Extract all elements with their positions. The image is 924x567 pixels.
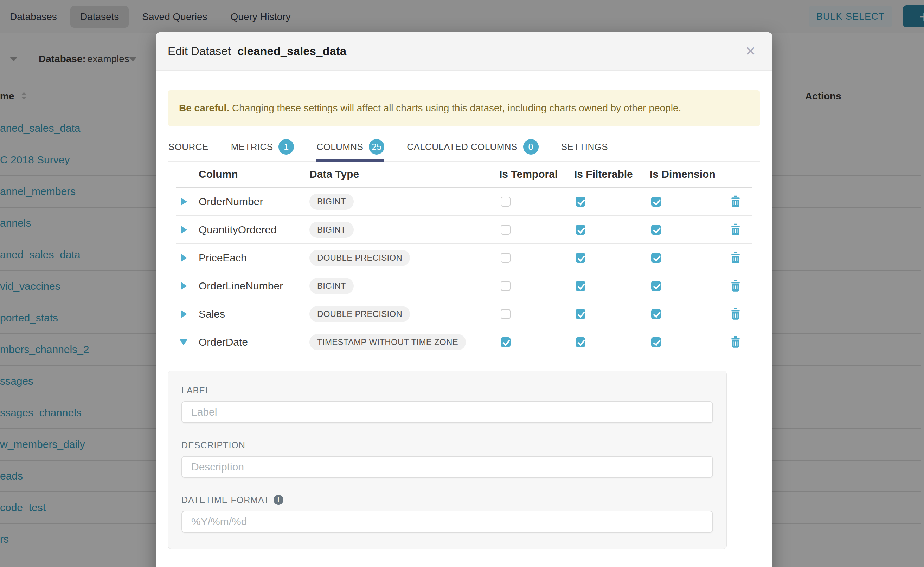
tab-count-badge: 1 <box>278 139 294 154</box>
is-temporal-checkbox[interactable] <box>501 225 510 235</box>
warning-banner: Be careful. Changing these settings will… <box>168 90 760 126</box>
modal-header: Edit Dataset cleaned_sales_data ✕ <box>156 32 772 70</box>
warning-bold: Be careful. <box>179 103 229 114</box>
column-name: PriceEach <box>199 252 309 264</box>
is-dimension-checkbox[interactable] <box>651 253 661 263</box>
description-field-label: DESCRIPTION <box>181 440 713 450</box>
is-dimension-checkbox[interactable] <box>651 225 661 235</box>
is-temporal-checkbox[interactable] <box>501 197 510 207</box>
description-field-group: DESCRIPTION <box>181 440 713 478</box>
is-filterable-checkbox[interactable] <box>576 281 585 291</box>
is-filterable-checkbox[interactable] <box>576 253 585 263</box>
expand-caret-icon[interactable] <box>181 282 187 290</box>
column-row: OrderNumberBIGINT <box>176 188 752 216</box>
is-filterable-checkbox[interactable] <box>576 225 585 235</box>
is-filterable-checkbox[interactable] <box>576 197 585 207</box>
column-name: OrderDate <box>199 336 309 348</box>
column-name: OrderNumber <box>199 196 309 208</box>
modal-title-prefix: Edit Dataset <box>168 45 231 58</box>
label-input[interactable] <box>181 401 713 423</box>
column-editor-panel: LABEL DESCRIPTION DATETIME FORMAT i <box>168 370 727 549</box>
info-icon[interactable]: i <box>274 495 283 505</box>
delete-column-button[interactable] <box>730 195 741 208</box>
column-row: OrderLineNumberBIGINT <box>176 272 752 300</box>
delete-column-button[interactable] <box>730 336 741 348</box>
is-dimension-header: Is Dimension <box>650 168 724 180</box>
modal-title: Edit Dataset cleaned_sales_data <box>168 45 346 58</box>
description-input[interactable] <box>181 456 713 478</box>
column-name: OrderLineNumber <box>199 280 309 292</box>
delete-column-button[interactable] <box>730 224 741 236</box>
edit-dataset-modal: Edit Dataset cleaned_sales_data ✕ Be car… <box>156 32 772 567</box>
tab-columns[interactable]: COLUMNS25 <box>316 135 384 162</box>
data-type-pill: DOUBLE PRECISION <box>309 306 410 322</box>
tab-label: CALCULATED COLUMNS <box>407 142 517 153</box>
tab-label: SETTINGS <box>561 142 608 153</box>
modal-body: Be careful. Changing these settings will… <box>156 90 772 549</box>
column-row: QuantityOrderedBIGINT <box>176 216 752 244</box>
is-temporal-header: Is Temporal <box>499 168 574 180</box>
data-type-pill: TIMESTAMP WITHOUT TIME ZONE <box>309 334 466 350</box>
tab-calculated-columns[interactable]: CALCULATED COLUMNS0 <box>407 135 538 162</box>
data-type-header: Data Type <box>309 168 499 180</box>
is-dimension-checkbox[interactable] <box>651 197 661 207</box>
data-type-pill: BIGINT <box>309 278 354 294</box>
trash-icon <box>730 195 741 208</box>
column-name: Sales <box>199 308 309 320</box>
expand-caret-icon[interactable] <box>181 226 187 234</box>
collapse-caret-icon[interactable] <box>180 339 187 345</box>
delete-column-button[interactable] <box>730 252 741 264</box>
warning-text: Changing these settings will affect all … <box>229 103 681 114</box>
columns-table-header: Column Data Type Is Temporal Is Filterab… <box>176 162 752 187</box>
column-name: QuantityOrdered <box>199 224 309 236</box>
expand-caret-icon[interactable] <box>181 198 187 206</box>
tab-source[interactable]: SOURCE <box>169 135 209 162</box>
trash-icon <box>730 308 741 320</box>
tab-label: COLUMNS <box>316 142 363 153</box>
tab-count-badge: 25 <box>369 139 384 154</box>
is-dimension-checkbox[interactable] <box>651 337 661 347</box>
column-row: SalesDOUBLE PRECISION <box>176 300 752 328</box>
is-dimension-checkbox[interactable] <box>651 281 661 291</box>
data-type-pill: BIGINT <box>309 222 354 238</box>
column-header: Column <box>199 168 309 180</box>
tab-metrics[interactable]: METRICS1 <box>231 135 294 162</box>
tab-count-badge: 0 <box>523 139 539 154</box>
trash-icon <box>730 280 741 292</box>
data-type-pill: BIGINT <box>309 194 354 210</box>
columns-table: Column Data Type Is Temporal Is Filterab… <box>176 162 752 356</box>
datetime-format-field-group: DATETIME FORMAT i <box>181 495 713 532</box>
column-row: PriceEachDOUBLE PRECISION <box>176 244 752 272</box>
is-temporal-checkbox[interactable] <box>501 281 510 291</box>
label-field-label: LABEL <box>181 385 713 396</box>
delete-column-button[interactable] <box>730 280 741 292</box>
label-field-group: LABEL <box>181 385 713 423</box>
modal-title-dataset: cleaned_sales_data <box>237 45 346 58</box>
tab-settings[interactable]: SETTINGS <box>561 135 608 162</box>
trash-icon <box>730 224 741 236</box>
is-temporal-checkbox[interactable] <box>501 253 510 263</box>
column-row: OrderDateTIMESTAMP WITHOUT TIME ZONE <box>176 328 752 356</box>
tab-label: SOURCE <box>169 142 209 153</box>
expand-caret-icon[interactable] <box>181 254 187 262</box>
data-type-pill: DOUBLE PRECISION <box>309 250 410 266</box>
is-temporal-checkbox[interactable] <box>501 309 510 319</box>
close-icon[interactable]: ✕ <box>743 45 758 58</box>
delete-column-button[interactable] <box>730 308 741 320</box>
is-filterable-checkbox[interactable] <box>576 337 585 347</box>
datetime-format-field-label: DATETIME FORMAT i <box>181 495 713 505</box>
expand-caret-icon[interactable] <box>181 310 187 318</box>
modal-tabs: SOURCEMETRICS1COLUMNS25CALCULATED COLUMN… <box>168 135 760 162</box>
columns-rows: OrderNumberBIGINT QuantityOrderedBIGINT … <box>176 188 752 356</box>
is-temporal-checkbox[interactable] <box>501 337 510 347</box>
is-dimension-checkbox[interactable] <box>651 309 661 319</box>
tab-label: METRICS <box>231 142 273 153</box>
is-filterable-header: Is Filterable <box>574 168 650 180</box>
trash-icon <box>730 336 741 348</box>
trash-icon <box>730 252 741 264</box>
is-filterable-checkbox[interactable] <box>576 309 585 319</box>
datetime-format-input[interactable] <box>181 511 713 532</box>
